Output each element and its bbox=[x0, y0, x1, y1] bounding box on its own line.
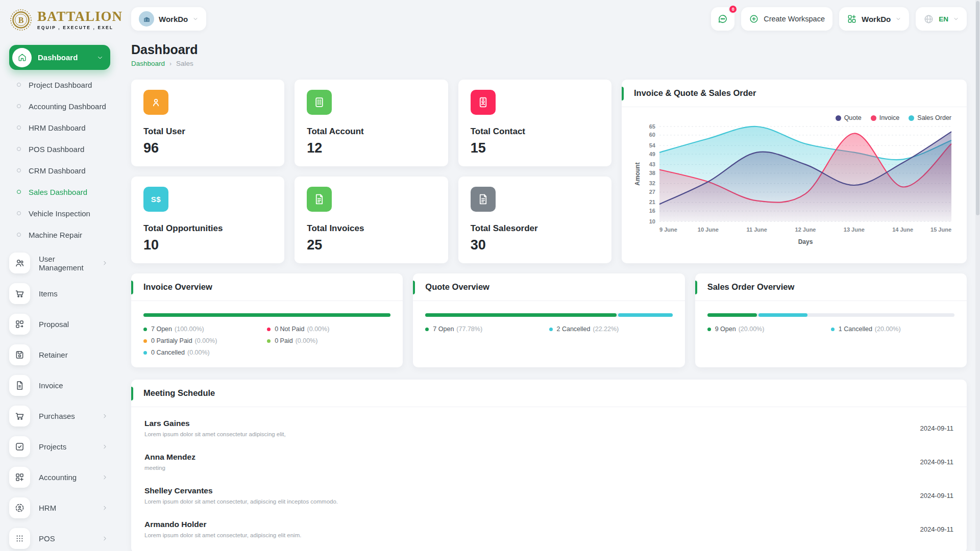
meeting-schedule-card: Meeting Schedule Lars Gaines Lorem ipsum… bbox=[131, 380, 967, 551]
chevron-right-icon bbox=[102, 474, 108, 481]
legend-percent: (0.00%) bbox=[296, 337, 318, 344]
language-selector[interactable]: EN bbox=[916, 7, 967, 31]
stat-icon bbox=[471, 187, 496, 212]
sidebar-module-item[interactable]: Invoice bbox=[9, 372, 122, 398]
sidebar-module-item[interactable]: HRM bbox=[9, 495, 122, 521]
svg-text:27: 27 bbox=[649, 189, 655, 195]
sidebar-subitem[interactable]: CRM Dashboard bbox=[9, 160, 122, 181]
svg-text:Amount: Amount bbox=[634, 162, 641, 185]
sidebar-subitem[interactable]: POS Dashboard bbox=[9, 138, 122, 160]
sidebar: B BATTALION EQUIP , EXECUTE , EXEL Dashb… bbox=[0, 0, 122, 551]
chat-icon bbox=[717, 13, 728, 24]
sidebar-subitem[interactable]: Project Dashboard bbox=[9, 74, 122, 95]
sidebar-subitem-label: Project Dashboard bbox=[29, 81, 92, 89]
overview-row: Invoice Overview 7 Open (100.00%) bbox=[131, 273, 967, 367]
legend-dot-icon bbox=[549, 328, 553, 331]
sidebar-module-item[interactable]: POS bbox=[9, 525, 122, 551]
sidebar-module-item[interactable]: Accounting bbox=[9, 464, 122, 490]
sidebar-subitem[interactable]: Vehicle Inspection bbox=[9, 203, 122, 224]
sidebar-subitem-label: CRM Dashboard bbox=[29, 166, 86, 175]
legend-column: 9 Open (20.00%) bbox=[707, 325, 831, 333]
meeting-name: Anna Mendez bbox=[144, 453, 195, 462]
stat-cards: Total User 96 Total Account 12 Total Con bbox=[131, 80, 611, 263]
progress-segment bbox=[618, 313, 673, 317]
sidebar-module-item[interactable]: Projects bbox=[9, 434, 122, 460]
workspace-avatar bbox=[139, 11, 154, 27]
sidebar-subitem-label: Accounting Dashboard bbox=[29, 102, 106, 111]
stat-icon bbox=[307, 187, 332, 212]
sidebar-module-item[interactable]: Items bbox=[9, 281, 122, 307]
chart-legend-item[interactable]: Invoice bbox=[871, 114, 900, 121]
meeting-list: Lars Gaines Lorem ipsum dolor sit amet c… bbox=[131, 407, 967, 551]
stat-label: Total Salesorder bbox=[471, 223, 599, 234]
module-icon bbox=[9, 467, 30, 488]
breadcrumb-dashboard[interactable]: Dashboard bbox=[131, 60, 165, 67]
meeting-date: 2024-09-11 bbox=[920, 458, 953, 466]
stat-label: Total Account bbox=[307, 127, 435, 137]
stat-value: 15 bbox=[471, 140, 599, 156]
chart-card-header: Invoice & Quote & Sales Order bbox=[622, 80, 967, 107]
legend-column: 7 Open (77.78%) bbox=[425, 325, 549, 333]
sidebar-module-item[interactable]: Proposal bbox=[9, 311, 122, 337]
legend-column: 2 Cancelled (22.22%) bbox=[549, 325, 673, 333]
legend-dot-icon bbox=[707, 328, 711, 331]
sidebar-module-label: Accounting bbox=[39, 473, 93, 482]
create-workspace-button[interactable]: Create Workspace bbox=[741, 7, 832, 31]
messages-button[interactable]: 0 bbox=[711, 7, 734, 31]
sidebar-module-label: Items bbox=[39, 289, 108, 298]
svg-text:12 June: 12 June bbox=[795, 227, 816, 233]
svg-text:32: 32 bbox=[649, 180, 655, 186]
brand-logo[interactable]: B BATTALION EQUIP , EXECUTE , EXEL bbox=[9, 8, 122, 32]
sidebar-module-item[interactable]: User Management bbox=[9, 250, 122, 276]
chart-legend: Quote Invoice Sales Order bbox=[633, 111, 955, 121]
grid-add-icon bbox=[847, 14, 857, 24]
workspace-name: WorkDo bbox=[159, 15, 188, 23]
breadcrumb-current: Sales bbox=[176, 60, 193, 67]
legend-dot-icon bbox=[143, 351, 147, 355]
stat-value: 12 bbox=[307, 140, 435, 156]
workdo-menu[interactable]: WorkDo bbox=[839, 7, 909, 31]
chart-legend-item[interactable]: Quote bbox=[836, 114, 862, 121]
sidebar-subitem[interactable]: Machine Repair bbox=[9, 224, 122, 245]
legend-percent: (0.00%) bbox=[307, 325, 330, 333]
globe-icon bbox=[923, 14, 934, 24]
sidebar-module-label: POS bbox=[39, 534, 93, 543]
stat-value: 30 bbox=[471, 237, 599, 253]
svg-text:15 June: 15 June bbox=[930, 227, 951, 233]
card-title: Quote Overview bbox=[425, 282, 489, 291]
chart-card: Invoice & Quote & Sales Order Quote Invo… bbox=[622, 80, 967, 263]
notification-badge: 0 bbox=[728, 5, 738, 14]
plus-circle-icon bbox=[749, 14, 759, 24]
svg-text:B: B bbox=[18, 16, 24, 24]
workspace-switcher[interactable]: WorkDo bbox=[131, 7, 206, 31]
legend-item: 7 Open (77.78%) bbox=[425, 325, 549, 333]
legend-label: 9 Open bbox=[715, 325, 736, 333]
meeting-row: Shelley Cervantes Lorem ipsum dolor sit … bbox=[144, 479, 953, 512]
sidebar-subitem-label: Sales Dashboard bbox=[29, 188, 87, 196]
page-title: Dashboard bbox=[131, 42, 967, 57]
legend-label: 2 Cancelled bbox=[557, 325, 591, 333]
sidebar-module-label: Retainer bbox=[39, 350, 108, 359]
sidebar-subitem[interactable]: Sales Dashboard bbox=[9, 181, 122, 203]
chart-legend-label: Quote bbox=[844, 114, 862, 121]
legend-column: 1 Cancelled (20.00%) bbox=[831, 325, 954, 333]
scrollbar[interactable] bbox=[975, 0, 980, 551]
sidebar-module-label: HRM bbox=[39, 504, 93, 512]
sidebar-module-item[interactable]: Purchases bbox=[9, 403, 122, 429]
workdo-menu-label: WorkDo bbox=[862, 15, 891, 23]
legend-item: 0 Paid (0.00%) bbox=[267, 337, 390, 344]
legend-item: 0 Cancelled (0.00%) bbox=[143, 349, 267, 356]
chart-legend-label: Invoice bbox=[879, 114, 900, 121]
scrollbar-thumb[interactable] bbox=[976, 1, 979, 215]
dashboard-subnav: Project Dashboard Accounting Dashboard H… bbox=[9, 74, 122, 245]
sidebar-subitem[interactable]: HRM Dashboard bbox=[9, 117, 122, 138]
stat-label: Total Opportunities bbox=[143, 223, 272, 234]
chart-legend-item[interactable]: Sales Order bbox=[909, 114, 951, 121]
sidebar-item-dashboard[interactable]: Dashboard bbox=[9, 45, 110, 70]
sidebar-subitem[interactable]: Accounting Dashboard bbox=[9, 95, 122, 117]
svg-text:10 June: 10 June bbox=[698, 227, 719, 233]
legend-item: 7 Open (100.00%) bbox=[143, 325, 267, 333]
chart-legend-label: Sales Order bbox=[917, 114, 951, 121]
sidebar-subitem-label: Machine Repair bbox=[29, 231, 82, 239]
sidebar-module-item[interactable]: Retainer bbox=[9, 342, 122, 368]
